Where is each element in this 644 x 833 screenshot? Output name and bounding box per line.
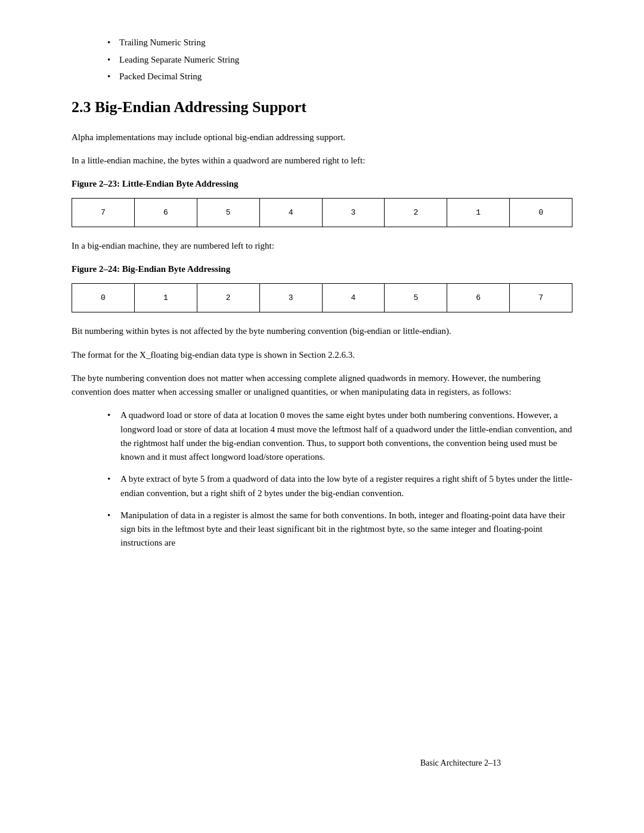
figure-24-caption: Figure 2–24: Big-Endian Byte Addressing bbox=[72, 262, 572, 276]
list-item: Manipulation of data in a register is al… bbox=[107, 509, 572, 550]
list-item: Trailing Numeric String bbox=[107, 36, 572, 49]
list-item: Packed Decimal String bbox=[107, 70, 572, 83]
figure-24-table: 0 1 2 3 4 5 6 7 bbox=[72, 283, 572, 313]
table-cell: 3 bbox=[322, 198, 385, 227]
intro-paragraph-1: Alpha implementations may include option… bbox=[72, 131, 572, 144]
table-cell: 5 bbox=[385, 283, 447, 312]
body-paragraph-2: The format for the X_floating big-endian… bbox=[72, 348, 572, 362]
table-cell: 0 bbox=[510, 198, 572, 227]
footer-text: Basic Architecture 2–13 bbox=[420, 758, 501, 767]
table-row: 0 1 2 3 4 5 6 7 bbox=[72, 283, 572, 312]
table-cell: 4 bbox=[322, 283, 385, 312]
table-cell: 1 bbox=[447, 198, 510, 227]
body-paragraph-3: The byte numbering convention does not m… bbox=[72, 371, 572, 400]
table-cell: 0 bbox=[72, 283, 135, 312]
figure-23-caption: Figure 2–23: Little-Endian Byte Addressi… bbox=[72, 177, 572, 191]
list-item: A byte extract of byte 5 from a quadword… bbox=[107, 472, 572, 500]
table-cell: 6 bbox=[134, 198, 197, 227]
table-row: 7 6 5 4 3 2 1 0 bbox=[72, 198, 572, 227]
table-cell: 7 bbox=[510, 283, 572, 312]
bottom-bullet-list: A quadword load or store of data at loca… bbox=[107, 408, 572, 550]
section-heading: 2.3 Big-Endian Addressing Support bbox=[72, 95, 572, 119]
body-paragraph-1: Bit numbering within bytes is not affect… bbox=[72, 324, 572, 338]
intro-paragraph-2: In a little-endian machine, the bytes wi… bbox=[72, 154, 572, 168]
page-content: Trailing Numeric String Leading Separate… bbox=[72, 36, 572, 799]
top-bullet-list: Trailing Numeric String Leading Separate… bbox=[107, 36, 572, 83]
table-cell: 7 bbox=[72, 198, 135, 227]
figure-23-table: 7 6 5 4 3 2 1 0 bbox=[72, 198, 572, 228]
table-cell: 6 bbox=[447, 283, 510, 312]
list-item: A quadword load or store of data at loca… bbox=[107, 408, 572, 464]
table-cell: 2 bbox=[197, 283, 259, 312]
table-cell: 4 bbox=[259, 198, 322, 227]
table-cell: 1 bbox=[134, 283, 197, 312]
table-cell: 2 bbox=[385, 198, 447, 227]
between-figures-paragraph: In a big-endian machine, they are number… bbox=[72, 239, 572, 253]
table-cell: 5 bbox=[197, 198, 259, 227]
table-cell: 3 bbox=[259, 283, 322, 312]
page-footer: Basic Architecture 2–13 bbox=[420, 757, 501, 769]
list-item: Leading Separate Numeric String bbox=[107, 53, 572, 67]
